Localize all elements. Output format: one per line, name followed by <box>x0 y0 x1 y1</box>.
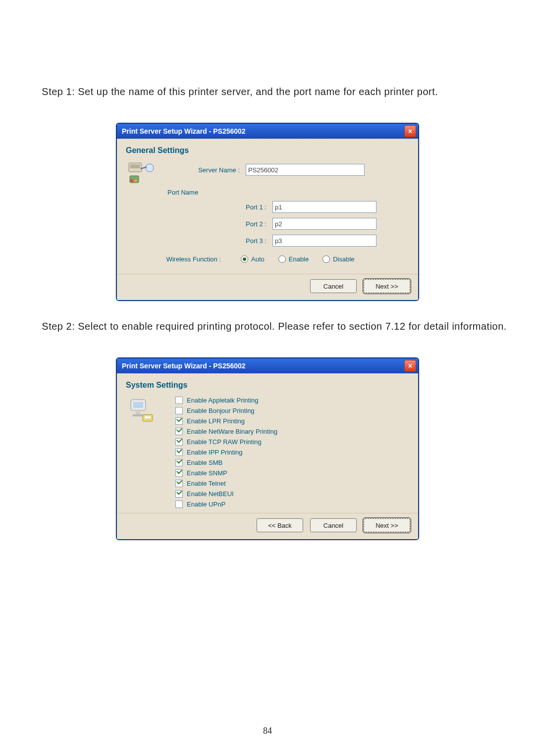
radio-icon <box>241 255 248 263</box>
checkbox-label: Enable NetWare Binary Printing <box>187 428 277 435</box>
checkbox-icon <box>175 428 183 435</box>
checkbox-icon <box>175 438 183 446</box>
port-name-heading: Port Name <box>167 189 407 196</box>
close-icon[interactable]: × <box>404 125 416 137</box>
checkbox-label: Enable LPR Printing <box>187 417 245 425</box>
wireless-label: Wireless Function : <box>128 255 227 263</box>
dialog-title: Print Server Setup Wizard - PS256002 <box>122 127 246 135</box>
dialog-titlebar[interactable]: Print Server Setup Wizard - PS256002 × <box>117 358 418 373</box>
checkbox-item[interactable]: Enable NetWare Binary Printing <box>175 428 277 435</box>
checkbox-item[interactable]: Enable NetBEUI <box>175 490 277 498</box>
server-name-input[interactable]: PS256002 <box>246 164 365 176</box>
checkbox-label: Enable SNMP <box>187 469 227 477</box>
svg-rect-8 <box>136 411 141 414</box>
checkbox-item[interactable]: Enable SNMP <box>175 469 277 477</box>
radio-icon <box>278 255 286 263</box>
checkbox-icon <box>175 501 183 508</box>
checkbox-label: Enable Bonjour Printing <box>187 407 255 414</box>
next-button[interactable]: Next >> <box>364 518 410 532</box>
dialog-titlebar[interactable]: Print Server Setup Wizard - PS256002 × <box>117 124 418 139</box>
cancel-button[interactable]: Cancel <box>310 279 357 293</box>
svg-rect-1 <box>130 164 140 168</box>
dialog-panel: System Settings Enable Appletalk Printin… <box>117 373 418 539</box>
checkbox-item[interactable]: Enable LPR Printing <box>175 417 277 425</box>
checkbox-item[interactable]: Enable UPnP <box>175 501 277 508</box>
cancel-button[interactable]: Cancel <box>310 518 357 532</box>
back-button[interactable]: << Back <box>257 518 303 532</box>
checkbox-icon <box>175 417 183 425</box>
checkbox-label: Enable NetBEUI <box>187 490 234 498</box>
radio-label-enable: Enable <box>289 255 309 263</box>
section-title: General Settings <box>117 139 418 159</box>
wizard-dialog-system: Print Server Setup Wizard - PS256002 × S… <box>116 357 419 540</box>
checkbox-label: Enable Appletalk Printing <box>187 397 259 404</box>
checkbox-icon <box>175 490 183 498</box>
checkbox-label: Enable UPnP <box>187 501 225 508</box>
step2-text: Step 2: Select to enable required printi… <box>24 319 511 334</box>
port2-label: Port 2 : <box>128 220 272 228</box>
server-name-label: Server Name : <box>165 166 246 174</box>
computer-printer-icon <box>128 397 157 425</box>
checkbox-icon <box>175 397 183 404</box>
radio-icon <box>322 255 330 263</box>
checkbox-label: Enable Telnet <box>187 480 226 487</box>
checkbox-icon <box>175 480 183 487</box>
svg-point-2 <box>146 164 154 172</box>
checkbox-item[interactable]: Enable Appletalk Printing <box>175 397 277 404</box>
checkbox-item[interactable]: Enable SMB <box>175 459 277 466</box>
radio-option-auto[interactable]: Auto <box>241 255 265 263</box>
step1-text: Step 1: Set up the name of this printer … <box>24 84 511 99</box>
checkbox-label: Enable TCP RAW Printing <box>187 438 262 446</box>
port1-label: Port 1 : <box>128 203 272 211</box>
svg-point-4 <box>130 179 133 182</box>
port3-input[interactable]: p3 <box>272 235 376 247</box>
svg-point-5 <box>134 179 137 182</box>
checkbox-item[interactable]: Enable IPP Printing <box>175 449 277 456</box>
dialog-title: Print Server Setup Wizard - PS256002 <box>122 362 246 370</box>
port3-label: Port 3 : <box>128 237 272 245</box>
checkbox-icon <box>175 459 183 466</box>
checkbox-item[interactable]: Enable Telnet <box>175 480 277 487</box>
svg-rect-11 <box>145 416 151 418</box>
checkbox-icon <box>175 449 183 456</box>
checkbox-item[interactable]: Enable Bonjour Printing <box>175 407 277 414</box>
checkbox-icon <box>175 469 183 477</box>
checkbox-label: Enable IPP Printing <box>187 449 243 456</box>
close-icon[interactable]: × <box>404 360 416 372</box>
radio-option-enable[interactable]: Enable <box>278 255 309 263</box>
svg-rect-7 <box>133 402 143 408</box>
checkbox-icon <box>175 407 183 414</box>
port2-input[interactable]: p2 <box>272 218 376 230</box>
checkbox-item[interactable]: Enable TCP RAW Printing <box>175 438 277 446</box>
svg-rect-9 <box>133 414 144 416</box>
dialog-panel: General Settings Server Name : <box>117 139 418 300</box>
radio-label-disable: Disable <box>333 255 354 263</box>
radio-option-disable[interactable]: Disable <box>322 255 354 263</box>
port1-input[interactable]: p1 <box>272 201 376 213</box>
printer-network-icon <box>128 161 157 185</box>
checkbox-label: Enable SMB <box>187 459 222 466</box>
radio-label-auto: Auto <box>251 255 265 263</box>
checkbox-list: Enable Appletalk PrintingEnable Bonjour … <box>165 397 277 508</box>
next-button[interactable]: Next >> <box>364 279 410 293</box>
page-number: 84 <box>0 726 535 736</box>
wizard-dialog-general: Print Server Setup Wizard - PS256002 × G… <box>116 123 419 301</box>
section-title: System Settings <box>117 374 418 394</box>
